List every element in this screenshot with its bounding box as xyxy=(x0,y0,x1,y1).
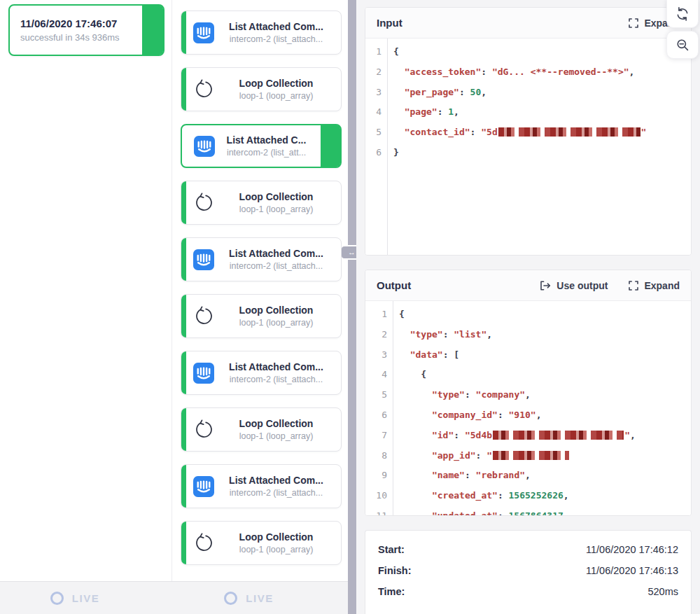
step-card[interactable]: List Attached C... intercom-2 (list_att.… xyxy=(181,124,342,168)
step-icon xyxy=(193,249,214,270)
step-icon xyxy=(194,136,215,157)
step-card[interactable]: List Attached Com... intercom-2 (list_at… xyxy=(181,11,342,55)
run-card[interactable]: 11/06/2020 17:46:07 successful in 34s 93… xyxy=(8,4,164,56)
step-text: List Attached Com... intercom-2 (list_at… xyxy=(214,361,341,384)
intercom-icon xyxy=(194,136,215,157)
intercom-icon xyxy=(193,22,214,43)
live-label: LIVE xyxy=(72,592,99,604)
step-success-bar xyxy=(181,68,186,111)
bottom-bar: LIVE LIVE xyxy=(0,581,348,614)
step-text: Loop Collection loop-1 (loop_array) xyxy=(214,78,341,101)
step-title: List Attached Com... xyxy=(214,475,338,486)
detail-row: Start: 11/06/2020 17:46:12 xyxy=(365,539,691,560)
run-card-text: 11/06/2020 17:46:07 successful in 34s 93… xyxy=(10,18,120,43)
step-card[interactable]: Loop Collection loop-1 (loop_array) xyxy=(181,407,342,452)
output-line-numbers: 1234567891011 xyxy=(365,301,393,515)
intercom-icon xyxy=(193,249,214,270)
step-subtitle: intercom-2 (list_attach... xyxy=(214,488,338,498)
zoom-out-button[interactable] xyxy=(666,31,699,59)
step-subtitle: loop-1 (loop_array) xyxy=(214,431,338,441)
step-text: Loop Collection loop-1 (loop_array) xyxy=(214,531,341,554)
loop-icon xyxy=(193,191,214,214)
step-card[interactable]: List Attached Com... intercom-2 (list_at… xyxy=(181,464,342,508)
step-icon xyxy=(193,476,214,497)
redacted-value xyxy=(493,451,569,460)
step-title: List Attached Com... xyxy=(214,248,338,259)
step-icon xyxy=(193,419,214,440)
use-output-button[interactable]: Use output xyxy=(540,280,608,291)
step-success-bar xyxy=(181,465,186,508)
use-output-icon xyxy=(540,281,551,291)
step-card[interactable]: List Attached Com... intercom-2 (list_at… xyxy=(181,237,342,281)
runs-live-slot: LIVE xyxy=(0,582,172,614)
workflow-debugger-app: 11/06/2020 17:46:07 successful in 34s 93… xyxy=(0,0,700,614)
expand-icon xyxy=(629,18,638,28)
detail-label: Start: xyxy=(378,544,405,555)
step-title: Loop Collection xyxy=(214,531,338,543)
step-success-bar xyxy=(181,295,186,337)
output-expand-button[interactable]: Expand xyxy=(629,280,680,291)
output-code-editor[interactable]: 1234567891011 { "type": "list", "data": … xyxy=(365,301,691,515)
loop-icon xyxy=(193,531,214,554)
left-right-arrow-icon: ↔ xyxy=(348,249,356,256)
run-details-card: Start: 11/06/2020 17:46:12 Finish: 11/06… xyxy=(365,530,692,614)
run-success-bar xyxy=(142,6,163,55)
live-label: LIVE xyxy=(246,592,273,604)
panel-resize-divider[interactable]: ↔ xyxy=(348,0,356,614)
step-title: Loop Collection xyxy=(214,78,338,89)
step-card[interactable]: Loop Collection loop-1 (loop_array) xyxy=(181,521,342,565)
live-toggle-steps[interactable]: LIVE xyxy=(220,591,277,606)
step-subtitle: loop-1 (loop_array) xyxy=(214,318,338,328)
loop-icon xyxy=(193,305,214,328)
step-text: Loop Collection loop-1 (loop_array) xyxy=(214,418,341,441)
input-header: Input Expand xyxy=(365,8,691,39)
step-card[interactable]: Loop Collection loop-1 (loop_array) xyxy=(181,294,342,338)
input-code-editor[interactable]: 123456 { "access_token": "dG... <**--rem… xyxy=(365,39,691,255)
refresh-icon xyxy=(676,7,690,21)
step-icon xyxy=(193,22,214,43)
step-success-bar xyxy=(181,238,186,281)
step-card[interactable]: Loop Collection loop-1 (loop_array) xyxy=(181,181,342,225)
step-text: List Attached C... intercom-2 (list_att.… xyxy=(215,134,321,158)
step-text: List Attached Com... intercom-2 (list_at… xyxy=(214,21,341,44)
output-expand-label: Expand xyxy=(644,280,680,291)
step-title: List Attached C... xyxy=(215,134,318,146)
input-section: Input Expand 123456 { "access_token": "d… xyxy=(365,7,692,256)
expand-icon xyxy=(629,281,638,291)
intercom-icon xyxy=(193,363,214,384)
step-title: Loop Collection xyxy=(214,191,338,202)
live-toggle-runs[interactable]: LIVE xyxy=(46,591,104,606)
intercom-icon xyxy=(193,476,214,497)
step-text: List Attached Com... intercom-2 (list_at… xyxy=(214,475,341,498)
use-output-label: Use output xyxy=(556,280,608,291)
step-text: Loop Collection loop-1 (loop_array) xyxy=(214,191,341,214)
loop-icon xyxy=(193,78,214,101)
refresh-button[interactable] xyxy=(666,0,699,28)
step-subtitle: loop-1 (loop_array) xyxy=(214,91,338,101)
output-section: Output Use output Expa xyxy=(365,270,692,516)
redacted-value xyxy=(498,127,640,137)
step-subtitle: intercom-2 (list_attach... xyxy=(214,261,338,271)
steps-live-slot: LIVE xyxy=(172,582,348,614)
step-card[interactable]: List Attached Com... intercom-2 (list_at… xyxy=(181,351,342,395)
steps-panel: List Attached Com... intercom-2 (list_at… xyxy=(172,0,348,614)
zoom-out-icon xyxy=(676,39,689,51)
detail-value: 11/06/2020 17:46:12 xyxy=(586,544,678,555)
step-success-bar xyxy=(181,522,186,564)
live-circle-icon xyxy=(224,592,237,605)
input-line-numbers: 123456 xyxy=(365,39,388,255)
step-success-bar xyxy=(181,11,186,54)
loop-icon xyxy=(193,418,214,441)
detail-row: Time: 520ms xyxy=(365,581,691,602)
detail-row: Finish: 11/06/2020 17:46:13 xyxy=(365,560,691,581)
step-icon xyxy=(193,193,214,214)
step-subtitle: intercom-2 (list_attach... xyxy=(214,34,338,44)
step-card[interactable]: Loop Collection loop-1 (loop_array) xyxy=(181,67,342,111)
output-header: Output Use output Expa xyxy=(365,270,691,301)
detail-label: Time: xyxy=(378,586,405,597)
step-text: Loop Collection loop-1 (loop_array) xyxy=(214,305,341,328)
detail-value: 11/06/2020 17:46:13 xyxy=(586,565,678,576)
step-icon xyxy=(193,79,214,100)
step-title: List Attached Com... xyxy=(214,21,338,32)
step-icon xyxy=(193,533,214,554)
